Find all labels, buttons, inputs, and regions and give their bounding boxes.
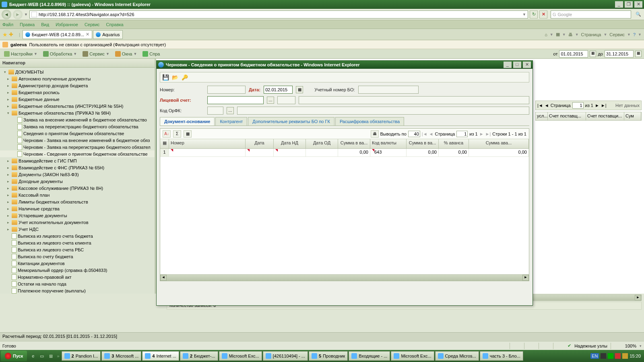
windows-button[interactable]: Окна▼ xyxy=(114,51,138,57)
process-button[interactable]: Обработка▼ xyxy=(41,51,78,57)
tree-item[interactable]: ▸Кассовое обслуживание (ПРИКАЗ № 8Н) xyxy=(0,185,155,191)
taskbar-button[interactable]: 2 Pandion I... xyxy=(62,351,101,361)
settings-button[interactable]: Настройки▼ xyxy=(2,51,39,57)
cell-number[interactable]: ◥ xyxy=(169,149,246,156)
tree-item[interactable]: Платежное поручение (выплаты) xyxy=(0,287,155,294)
date-from-input[interactable] xyxy=(559,50,588,58)
add-favorite-icon[interactable]: ✚ xyxy=(9,31,13,37)
clock[interactable]: 15:20 xyxy=(630,354,641,358)
tree-item[interactable]: ▸Бюджетные данные xyxy=(0,96,155,103)
grid-col[interactable]: % аванса xyxy=(439,139,469,148)
tab-decode[interactable]: Расшифровка обязательства xyxy=(335,117,404,125)
page-input[interactable] xyxy=(456,131,468,137)
url-dropdown-icon[interactable]: ▼ xyxy=(522,12,526,16)
quicklaunch-ie-icon[interactable]: e xyxy=(29,352,37,360)
tree-item[interactable]: ▸Устаревшие документы xyxy=(0,212,155,219)
stop-button[interactable]: ✕ xyxy=(539,10,547,19)
quicklaunch-explorer-icon[interactable]: ⊞ xyxy=(46,352,55,360)
tree-item[interactable]: Мемориальный ордер (справка ф.0504833) xyxy=(0,267,155,274)
back-button[interactable]: ◄ xyxy=(2,10,11,19)
tab-counterparty[interactable]: Контрагент xyxy=(215,117,247,125)
taskbar-button[interactable]: Среда Micros... xyxy=(435,351,479,361)
tree-item[interactable]: Черновик - Сведения о принятом бюджетном… xyxy=(0,150,155,157)
cell-sum3[interactable]: 0,00 xyxy=(469,149,529,156)
tab-extra[interactable]: Дополнительные реквизиты БО по ГК xyxy=(248,117,334,125)
taskbar-button[interactable]: 3 Microsoft ... xyxy=(101,351,141,361)
taskbar-button[interactable]: 2 Бюджет-... xyxy=(180,351,218,361)
grid-col[interactable]: Сумма ава... xyxy=(469,139,529,148)
menu-file[interactable]: Файл xyxy=(2,22,13,27)
tree-item[interactable]: Сведения о принятом бюджетном обязательс… xyxy=(0,130,155,137)
zoom-label[interactable]: 100% xyxy=(625,343,636,348)
tray-icon[interactable] xyxy=(608,353,613,359)
grid-col[interactable]: Номер xyxy=(169,139,246,148)
taskbar-button[interactable]: Microsoft Exc... xyxy=(391,351,434,361)
taskbar-button[interactable]: часть 3 - Бло... xyxy=(480,351,523,361)
cell-pct[interactable]: 0,00 xyxy=(439,149,469,156)
tab-doc-basis[interactable]: Документ-основание xyxy=(160,117,215,125)
cell-date-nd[interactable]: ◥ xyxy=(274,149,306,156)
search-box[interactable]: G Google xyxy=(551,10,631,19)
menu-service[interactable]: Сервис xyxy=(85,22,100,27)
tree-item[interactable]: ▸Бюджетные обязательства (ИНСТРУКЦИЯ № 5… xyxy=(0,103,155,109)
number-input[interactable] xyxy=(207,86,246,94)
tree-item[interactable]: Черновик - Заявка на перерегистрацию бюд… xyxy=(0,144,155,150)
orfk-picker-icon[interactable]: … xyxy=(227,107,234,114)
browser-tab-0[interactable]: Бюджет-WEB (14.2.0.89... ✕ xyxy=(23,30,92,39)
taskbar-button[interactable]: Microsoft Exc... xyxy=(219,351,262,361)
grid-col-sel[interactable]: ▦ xyxy=(160,139,169,148)
taskbar-button[interactable]: Входящие - ... xyxy=(349,351,390,361)
grid-col[interactable]: Дата НД xyxy=(274,139,306,148)
date-picker-icon[interactable]: ▦ xyxy=(296,86,303,93)
address-bar[interactable]: http://192.168.172.4/test3/Navigator.asp… xyxy=(29,10,528,19)
close-button[interactable]: ✕ xyxy=(634,1,642,8)
tray-icon[interactable] xyxy=(615,353,621,359)
tree-item[interactable]: ▾ДОКУМЕНТЫ xyxy=(0,68,155,75)
menu-edit[interactable]: Правка xyxy=(20,22,35,27)
tree-item[interactable]: Выписка из лицевого счета клиента xyxy=(0,239,155,246)
grid-col[interactable]: Сумма в ва... xyxy=(407,139,439,148)
feeds-icon[interactable]: ▦ xyxy=(556,32,560,37)
sum-icon[interactable]: Σ xyxy=(173,130,181,138)
tray-icon[interactable] xyxy=(622,353,628,359)
save-icon[interactable]: 💾 xyxy=(162,74,169,81)
tree-item[interactable]: Выписка из лицевого счета РБС xyxy=(0,246,155,253)
tree-item[interactable]: ▸Взаимодействие с ФНС (ПРИКАЗ № 65Н) xyxy=(0,164,155,171)
orfk-name-input[interactable] xyxy=(237,107,529,115)
print-grid-icon[interactable]: 🖶 xyxy=(371,130,379,138)
tree-item[interactable]: Черновик - Заявка на внесение изменений … xyxy=(0,137,155,144)
popup-minimize-button[interactable]: _ xyxy=(504,62,512,68)
tree-item[interactable]: ▸Взаимодействие с ГИС ГМП xyxy=(0,157,155,164)
lang-indicator[interactable]: EN xyxy=(590,353,599,359)
tree-item[interactable]: ▸Учет исполнительных документов xyxy=(0,219,155,226)
cell-sum2[interactable]: 0,00 xyxy=(407,149,439,156)
tools-menu[interactable]: Сервис xyxy=(609,32,625,37)
history-dropdown-icon[interactable]: ▼ xyxy=(24,12,28,16)
page-first-icon[interactable]: |◄ xyxy=(422,132,427,136)
tree-item[interactable]: ▸Кассовый план xyxy=(0,191,155,198)
page-last-icon[interactable]: ►| xyxy=(485,132,491,136)
page-input[interactable] xyxy=(572,102,584,109)
ls-input[interactable] xyxy=(207,96,264,104)
cell-sum1[interactable]: 0,00 xyxy=(338,149,370,156)
tree-item[interactable]: ▸Бюджетная роспись xyxy=(0,89,155,96)
home-icon[interactable]: ⌂ xyxy=(545,32,547,37)
tree-item[interactable]: ▸Автономно полученные документы xyxy=(0,75,155,82)
page-last-icon[interactable]: ►| xyxy=(601,103,607,108)
cell-date[interactable]: ◥ xyxy=(246,149,274,156)
grid-col[interactable]: Дата xyxy=(246,139,274,148)
columns-icon[interactable]: ▦ xyxy=(184,130,192,138)
navigator-tree[interactable]: ▾ДОКУМЕНТЫ▸Автономно полученные документ… xyxy=(0,68,155,294)
date-to-input[interactable] xyxy=(605,50,634,58)
quicklaunch-desktop-icon[interactable]: ▭ xyxy=(37,352,46,360)
showby-input[interactable] xyxy=(408,131,420,137)
grid-hscrollbar[interactable]: ◄► xyxy=(160,274,529,281)
favorites-star-icon[interactable]: ★ xyxy=(2,31,8,38)
date-from-picker-icon[interactable]: ▦ xyxy=(590,51,596,57)
open-icon[interactable]: 📂 xyxy=(171,74,179,81)
forward-button[interactable]: ► xyxy=(13,10,23,19)
minimize-button[interactable]: _ xyxy=(615,1,623,8)
search-button[interactable]: 🔍 xyxy=(634,10,642,19)
tree-item[interactable]: ▸Лимиты бюджетных обязательств xyxy=(0,198,155,205)
tree-item[interactable]: ▸Учет НДС xyxy=(0,226,155,232)
